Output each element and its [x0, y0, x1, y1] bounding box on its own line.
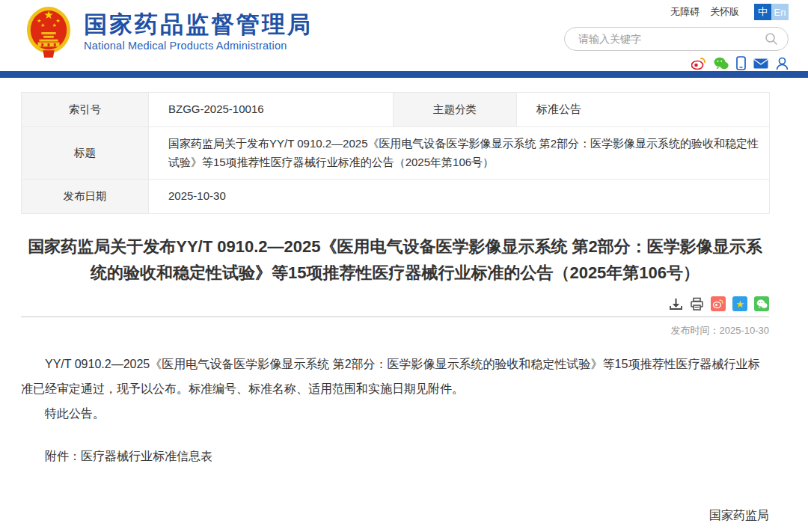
announcement-page: 索引号 BZGG-2025-10016 主题分类 标准公告 标题 国家药监局关于… — [21, 92, 769, 532]
page-title: 国家药监局关于发布YY/T 0910.2—2025《医用电气设备医学影像显示系统… — [21, 233, 769, 286]
national-emblem-icon: ★ ★ ★ ★ ★ — [25, 5, 72, 58]
user-icon[interactable] — [776, 57, 789, 70]
article-toolbar: ★ — [21, 296, 769, 317]
site-name-english: National Medical Products Administration — [84, 40, 313, 52]
share-wechat-icon[interactable] — [754, 296, 769, 311]
wechat-icon[interactable] — [714, 57, 729, 70]
language-toggle: 中 En — [754, 4, 789, 20]
publish-date-value: 2025-10-30 — [149, 180, 770, 214]
title-label: 标题 — [22, 126, 149, 180]
download-icon[interactable] — [669, 297, 683, 311]
table-row: 索引号 BZGG-2025-10016 主题分类 标准公告 — [22, 93, 770, 127]
document-meta-table: 索引号 BZGG-2025-10016 主题分类 标准公告 标题 国家药监局关于… — [21, 92, 770, 214]
table-row: 发布日期 2025-10-30 — [22, 180, 770, 214]
header-divider-band — [0, 71, 808, 78]
lang-zh-button[interactable]: 中 — [754, 4, 771, 20]
signature-org: 国家药监局 — [21, 502, 769, 528]
svg-text:★: ★ — [52, 22, 57, 28]
search-input[interactable] — [577, 32, 764, 46]
accessibility-link[interactable]: 无障碍 — [670, 5, 700, 19]
site-logo[interactable]: ★ ★ ★ ★ ★ 国家药品监督管理局 National Medical Pro… — [25, 5, 313, 58]
lang-en-button[interactable]: En — [771, 4, 789, 20]
body-paragraph: YY/T 0910.2—2025《医用电气设备医学影像显示系统 第2部分：医学影… — [21, 352, 769, 402]
weibo-icon[interactable] — [691, 57, 706, 70]
mobile-icon[interactable] — [736, 56, 746, 70]
title-value: 国家药监局关于发布YY/T 0910.2—2025《医用电气设备医学影像显示系统… — [149, 126, 770, 180]
topic-category-value: 标准公告 — [517, 93, 770, 127]
svg-text:★: ★ — [40, 22, 45, 28]
site-header: ★ ★ ★ ★ ★ 国家药品监督管理局 National Medical Pro… — [0, 0, 808, 71]
svg-text:★: ★ — [735, 299, 744, 310]
share-qzone-icon[interactable]: ★ — [732, 296, 747, 311]
signature-date: 2025年10月30日 — [21, 528, 769, 532]
print-icon[interactable] — [690, 297, 704, 311]
publish-time-label: 发布时间： — [671, 325, 720, 336]
care-version-link[interactable]: 关怀版 — [710, 5, 739, 19]
search-icon[interactable] — [764, 31, 779, 46]
signature-block: 国家药监局 2025年10月30日 — [21, 502, 769, 532]
attachment-label: 附件：医疗器械行业标准信息表 — [21, 449, 769, 465]
article-body: YY/T 0910.2—2025《医用电气设备医学影像显示系统 第2部分：医学影… — [21, 352, 769, 426]
mail-icon[interactable] — [753, 58, 768, 69]
publish-time-value: 2025-10-30 — [720, 325, 770, 336]
site-name-chinese: 国家药品监督管理局 — [84, 11, 313, 38]
publish-time: 发布时间：2025-10-30 — [21, 324, 769, 337]
table-row: 标题 国家药监局关于发布YY/T 0910.2—2025《医用电气设备医学影像显… — [22, 126, 770, 180]
index-number-value: BZGG-2025-10016 — [149, 93, 394, 127]
site-search — [564, 27, 789, 51]
publish-date-label: 发布日期 — [22, 180, 149, 214]
index-number-label: 索引号 — [22, 93, 149, 127]
topic-category-label: 主题分类 — [394, 93, 517, 127]
svg-text:★: ★ — [43, 9, 53, 21]
body-paragraph: 特此公告。 — [21, 402, 769, 426]
share-weibo-icon[interactable] — [711, 296, 726, 311]
